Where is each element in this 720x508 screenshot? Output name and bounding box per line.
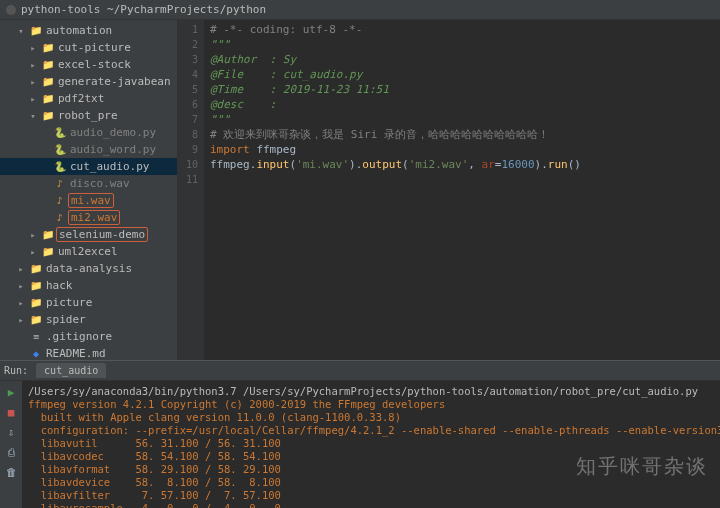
console-line: libavresample 4. 0. 0 / 4. 0. 0 bbox=[28, 502, 714, 508]
console-line: libavfilter 7. 57.100 / 7. 57.100 bbox=[28, 489, 714, 502]
chevron-right-icon: ▸ bbox=[28, 94, 38, 104]
window-dot bbox=[6, 5, 16, 15]
tree-item[interactable]: ▸📁pdf2txt bbox=[0, 90, 177, 107]
tree-item[interactable]: ♪mi.wav bbox=[0, 192, 177, 209]
tree-item-label: automation bbox=[46, 24, 112, 37]
run-panel: Run: cut_audio ▶ ■ ⇩ ⎙ 🗑 /Users/sy/anaco… bbox=[0, 360, 720, 508]
chevron-right-icon: ▸ bbox=[16, 315, 26, 325]
console-line: built with Apple clang version 11.0.0 (c… bbox=[28, 411, 714, 424]
console-line: libavformat 58. 29.100 / 58. 29.100 bbox=[28, 463, 714, 476]
tree-item-label: disco.wav bbox=[70, 177, 130, 190]
tree-item[interactable]: 🐍audio_demo.py bbox=[0, 124, 177, 141]
line-gutter: 1234567891011 bbox=[178, 20, 204, 360]
tree-item-label: audio_demo.py bbox=[70, 126, 156, 139]
chevron-down-icon: ▾ bbox=[16, 26, 26, 36]
code-editor[interactable]: 1234567891011 # -*- coding: utf-8 -*-"""… bbox=[178, 20, 720, 360]
console-line: ffmpeg version 4.2.1 Copyright (c) 2000-… bbox=[28, 398, 714, 411]
tree-item-label: audio_word.py bbox=[70, 143, 156, 156]
trash-icon[interactable]: 🗑 bbox=[4, 465, 18, 479]
tree-item-label: data-analysis bbox=[46, 262, 132, 275]
down-icon[interactable]: ⇩ bbox=[4, 425, 18, 439]
tree-item-label: selenium-demo bbox=[59, 228, 145, 241]
tree-item-label: picture bbox=[46, 296, 92, 309]
tree-item[interactable]: ▸📁picture bbox=[0, 294, 177, 311]
tree-item[interactable]: ▸📁generate-javabean bbox=[0, 73, 177, 90]
console-line: libavdevice 58. 8.100 / 58. 8.100 bbox=[28, 476, 714, 489]
wav-icon: ♪ bbox=[53, 211, 67, 225]
console-line: configuration: --prefix=/usr/local/Cella… bbox=[28, 424, 714, 437]
tree-item-label: mi.wav bbox=[71, 194, 111, 207]
chevron-right-icon: ▸ bbox=[16, 298, 26, 308]
project-title: python-tools ~/PycharmProjects/python bbox=[21, 3, 266, 16]
tree-item[interactable]: ▸📁excel-stock bbox=[0, 56, 177, 73]
code-line[interactable]: # 欢迎来到咪哥杂谈，我是 Siri 录的音，哈哈哈哈哈哈哈哈哈哈！ bbox=[210, 127, 714, 142]
chevron-right-icon: ▸ bbox=[16, 264, 26, 274]
tree-item[interactable]: ♪mi2.wav bbox=[0, 209, 177, 226]
code-line[interactable]: # -*- coding: utf-8 -*- bbox=[210, 22, 714, 37]
tree-item-label: cut-picture bbox=[58, 41, 131, 54]
d-icon: 📁 bbox=[41, 228, 55, 242]
tree-item-label: pdf2txt bbox=[58, 92, 104, 105]
chevron-right-icon: ▸ bbox=[28, 60, 38, 70]
tree-item[interactable]: ▸📁data-analysis bbox=[0, 260, 177, 277]
project-tree[interactable]: ▾📁automation▸📁cut-picture▸📁excel-stock▸📁… bbox=[0, 20, 178, 360]
tree-item-label: hack bbox=[46, 279, 73, 292]
d-icon: 📁 bbox=[29, 24, 43, 38]
tree-item[interactable]: ▸📁spider bbox=[0, 311, 177, 328]
tree-item[interactable]: ≡.gitignore bbox=[0, 328, 177, 345]
tree-item[interactable]: ▸📁selenium-demo bbox=[0, 226, 177, 243]
run-tab[interactable]: cut_audio bbox=[36, 363, 106, 378]
titlebar: python-tools ~/PycharmProjects/python bbox=[0, 0, 720, 20]
tree-item-label: spider bbox=[46, 313, 86, 326]
d-icon: 📁 bbox=[41, 109, 55, 123]
code-area[interactable]: # -*- coding: utf-8 -*-"""@Author : Sy@F… bbox=[204, 20, 720, 360]
chevron-right-icon: ▸ bbox=[16, 281, 26, 291]
tree-item-label: README.md bbox=[46, 347, 106, 360]
print-icon[interactable]: ⎙ bbox=[4, 445, 18, 459]
d-icon: 📁 bbox=[41, 58, 55, 72]
wav-icon: ♪ bbox=[53, 194, 67, 208]
stop-icon[interactable]: ■ bbox=[4, 405, 18, 419]
code-line[interactable]: """ bbox=[210, 112, 714, 127]
d-icon: 📁 bbox=[29, 279, 43, 293]
rerun-icon[interactable]: ▶ bbox=[4, 385, 18, 399]
tree-item[interactable]: ▾📁automation bbox=[0, 22, 177, 39]
tree-item-label: generate-javabean bbox=[58, 75, 171, 88]
chevron-down-icon: ▾ bbox=[28, 111, 38, 121]
tree-item[interactable]: 🐍audio_word.py bbox=[0, 141, 177, 158]
code-line[interactable]: """ bbox=[210, 37, 714, 52]
code-line[interactable]: ffmpeg.input('mi.wav').output('mi2.wav',… bbox=[210, 157, 714, 172]
tree-item[interactable]: ▸📁cut-picture bbox=[0, 39, 177, 56]
tree-item-label: uml2excel bbox=[58, 245, 118, 258]
console-line: /Users/sy/anaconda3/bin/python3.7 /Users… bbox=[28, 385, 714, 398]
code-line[interactable]: @Time : 2019-11-23 11:51 bbox=[210, 82, 714, 97]
console-line: libavcodec 58. 54.100 / 58. 54.100 bbox=[28, 450, 714, 463]
tree-item[interactable]: ◆README.md bbox=[0, 345, 177, 360]
wav-icon: ♪ bbox=[53, 177, 67, 191]
d-icon: 📁 bbox=[29, 313, 43, 327]
tree-item-label: cut_audio.py bbox=[70, 160, 149, 173]
tree-item[interactable]: ▸📁uml2excel bbox=[0, 243, 177, 260]
chevron-right-icon: ▸ bbox=[28, 43, 38, 53]
code-line[interactable]: @desc : bbox=[210, 97, 714, 112]
tree-item[interactable]: ♪disco.wav bbox=[0, 175, 177, 192]
chevron-right-icon: ▸ bbox=[28, 230, 38, 240]
d-icon: 📁 bbox=[41, 92, 55, 106]
code-line[interactable] bbox=[210, 172, 714, 187]
code-line[interactable]: import ffmpeg bbox=[210, 142, 714, 157]
code-line[interactable]: @File : cut_audio.py bbox=[210, 67, 714, 82]
d-icon: 📁 bbox=[29, 262, 43, 276]
tree-item[interactable]: 🐍cut_audio.py bbox=[0, 158, 177, 175]
d-icon: 📁 bbox=[41, 75, 55, 89]
tree-item[interactable]: ▸📁hack bbox=[0, 277, 177, 294]
console-output[interactable]: /Users/sy/anaconda3/bin/python3.7 /Users… bbox=[22, 381, 720, 508]
py-icon: 🐍 bbox=[53, 143, 67, 157]
chevron-right-icon: ▸ bbox=[28, 77, 38, 87]
txt-icon: ≡ bbox=[29, 330, 43, 344]
py-icon: 🐍 bbox=[53, 126, 67, 140]
tree-item-label: .gitignore bbox=[46, 330, 112, 343]
md-icon: ◆ bbox=[29, 347, 43, 361]
tree-item[interactable]: ▾📁robot_pre bbox=[0, 107, 177, 124]
tree-item-label: mi2.wav bbox=[71, 211, 117, 224]
code-line[interactable]: @Author : Sy bbox=[210, 52, 714, 67]
